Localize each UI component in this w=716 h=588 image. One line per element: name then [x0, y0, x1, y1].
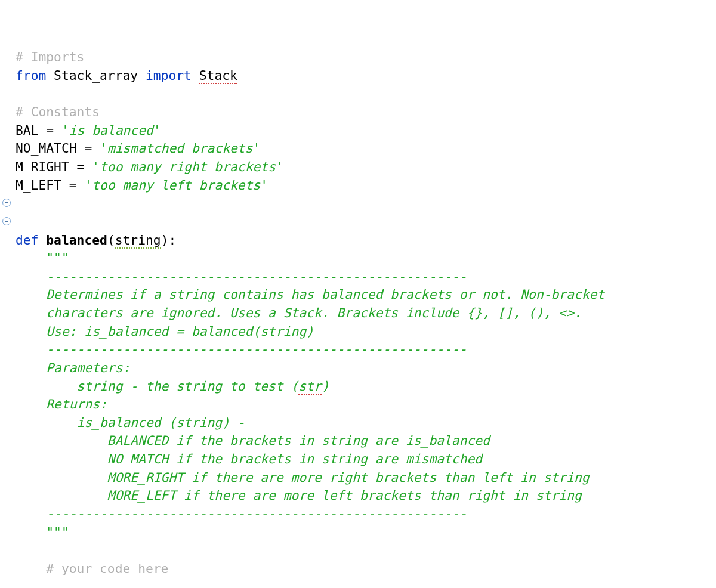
fold-icon[interactable]: [2, 199, 11, 207]
docstring-spell: str: [298, 379, 321, 395]
quote: ': [61, 123, 69, 138]
assignment: BAL =: [16, 123, 61, 138]
space: [192, 68, 199, 83]
docstring-line: BALANCED if the brackets in string are i…: [16, 433, 490, 448]
parameter: string: [115, 233, 161, 249]
import-name: Stack: [199, 68, 237, 84]
string-literal: too many left brackets: [92, 178, 260, 193]
gutter: [0, 0, 14, 55]
keyword-from: from: [16, 68, 46, 83]
docstring-line: ----------------------------------------…: [16, 342, 467, 357]
docstring-line: Parameters:: [16, 360, 130, 375]
function-name: balanced: [46, 233, 107, 247]
comment: # Imports: [16, 49, 84, 64]
comment: # Constants: [16, 104, 100, 119]
string-literal: is balanced: [69, 123, 153, 138]
docstring-line: ----------------------------------------…: [16, 506, 467, 521]
quote: ': [260, 178, 268, 193]
docstring-line: is_balanced (string) -: [16, 415, 245, 430]
assignment: NO_MATCH =: [16, 141, 100, 156]
fold-icon[interactable]: [2, 217, 11, 225]
quote: ': [276, 159, 283, 174]
docstring-line: string - the string to test (: [16, 379, 298, 394]
paren: ):: [161, 233, 177, 247]
docstring-line: MORE_RIGHT if there are more right brack…: [16, 470, 590, 485]
docstring-line: ): [322, 379, 329, 394]
docstring-line: NO_MATCH if the brackets in string are m…: [16, 451, 482, 466]
quote: ': [153, 123, 161, 138]
string-literal: mismatched brackets: [107, 141, 253, 156]
keyword-def: def: [16, 233, 38, 247]
docstring-line: characters are ignored. Uses a Stack. Br…: [16, 305, 582, 320]
docstring-line: Determines if a string contains has bala…: [16, 287, 604, 302]
paren: (: [107, 233, 115, 247]
quote: ': [100, 141, 107, 156]
quote: ': [92, 159, 100, 174]
string-literal: too many right brackets: [100, 159, 276, 174]
module-name: Stack_array: [46, 68, 146, 83]
code-editor: # Imports from Stack_array import Stack …: [0, 0, 716, 588]
assignment: M_RIGHT =: [16, 159, 92, 174]
space: [38, 233, 46, 247]
docstring-line: MORE_LEFT if there are more left bracket…: [16, 488, 582, 503]
comment: # your code here: [46, 561, 168, 576]
assignment: M_LEFT =: [16, 178, 84, 193]
docstring-line: Use: is_balanced = balanced(string): [16, 324, 314, 339]
quote: ': [84, 178, 92, 193]
docstring-line: Returns:: [16, 397, 107, 411]
docstring-open: """: [46, 250, 69, 265]
docstring-close: """: [46, 525, 69, 540]
docstring-line: ----------------------------------------…: [16, 269, 467, 284]
quote: ': [253, 141, 261, 156]
keyword-import: import: [146, 68, 192, 83]
